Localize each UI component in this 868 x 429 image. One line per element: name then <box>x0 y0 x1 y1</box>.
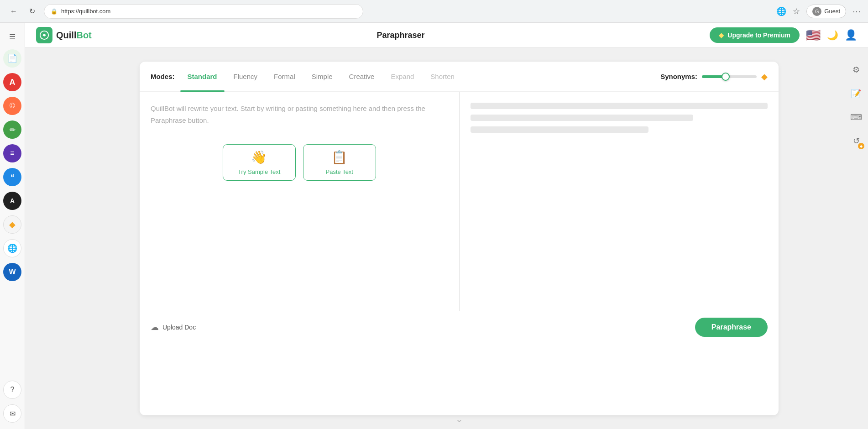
more-icon[interactable]: ⋯ <box>852 6 861 16</box>
grammar-icon: A <box>10 78 16 87</box>
mail-icon: ✉ <box>10 409 16 418</box>
editor-area: QuillBot will rewrite your text. Start b… <box>140 92 779 311</box>
keyboard-icon: ⌨ <box>850 112 862 122</box>
paraphrase-button[interactable]: Paraphrase <box>695 318 768 337</box>
sidebar-item-mail[interactable]: ✉ <box>3 404 21 423</box>
browser-chrome: ← ↻ 🔒 https://quillbot.com 🌐 ☆ G Guest ⋯ <box>0 0 868 23</box>
modes-label: Modes: <box>151 73 175 80</box>
synonyms-slider[interactable] <box>702 75 757 78</box>
editor-placeholder[interactable]: QuillBot will rewrite your text. Start b… <box>151 103 448 126</box>
paraphraser-card: Modes: Standard Fluency Formal Simple Cr… <box>140 62 779 415</box>
chrome-icon: 🌐 <box>7 243 17 253</box>
logo-icon <box>36 27 52 43</box>
page-title: Paraphraser <box>92 31 710 40</box>
word-icon: W <box>9 268 16 276</box>
guest-label: Guest <box>824 8 840 15</box>
mode-simple[interactable]: Simple <box>304 69 340 84</box>
upgrade-button[interactable]: ◆ Upgrade to Premium <box>710 27 800 43</box>
modes-bar: Modes: Standard Fluency Formal Simple Cr… <box>140 62 779 92</box>
star-icon[interactable]: ☆ <box>793 6 800 16</box>
browser-right-icons: 🌐 ☆ G Guest ⋯ <box>776 5 861 18</box>
paraphraser-icon: 📄 <box>7 53 17 63</box>
sidebar-bottom: ? ✉ <box>3 380 21 424</box>
summarizer-icon: ≡ <box>10 149 14 157</box>
guest-avatar: G <box>812 7 821 16</box>
url-bar[interactable]: 🔒 https://quillbot.com <box>44 4 363 19</box>
plagiarism-icon: © <box>10 102 15 110</box>
mode-shorten[interactable]: Shorten <box>423 69 462 84</box>
sidebar-item-word[interactable]: W <box>3 263 21 281</box>
synonyms-thumb[interactable] <box>722 73 730 81</box>
try-sample-button[interactable]: 👋 Try Sample Text <box>223 144 296 181</box>
sidebar-item-citation[interactable]: ❝ <box>3 168 21 186</box>
user-icon[interactable]: 👤 <box>845 29 857 41</box>
help-icon: ? <box>10 386 15 394</box>
essay-icon: ✏ <box>10 126 16 134</box>
keyboard-float-icon[interactable]: ⌨ <box>848 109 864 126</box>
icon-sidebar: ☰ 📄 A © ✏ ≡ ❝ A ◆ 🌐 W <box>0 23 25 429</box>
synonyms-section: Synonyms: ◆ <box>660 72 768 82</box>
settings-icon: ⚙ <box>852 65 860 75</box>
back-button[interactable]: ← <box>7 5 20 18</box>
bottom-chevron[interactable]: ⌄ <box>455 413 463 424</box>
sidebar-item-essay[interactable]: ✏ <box>3 120 21 139</box>
editor-left: QuillBot will rewrite your text. Start b… <box>140 92 460 311</box>
top-nav: QuillBot Paraphraser ◆ Upgrade to Premiu… <box>25 23 868 48</box>
skeleton-line-3 <box>471 126 649 133</box>
hamburger-menu[interactable]: ☰ <box>4 28 21 45</box>
refresh-button[interactable]: ↻ <box>26 5 38 18</box>
right-float-icons: ⚙ 📝 ⌨ ↺ ◆ <box>848 62 864 149</box>
sidebar-item-premium[interactable]: ◆ <box>3 215 21 234</box>
try-sample-label: Try Sample Text <box>238 168 280 175</box>
guest-button[interactable]: G Guest <box>806 5 846 18</box>
sample-icon: 👋 <box>251 150 267 165</box>
flag-icon[interactable]: 🇺🇸 <box>806 28 821 42</box>
sidebar-item-grammar[interactable]: A <box>3 73 21 91</box>
sidebar-item-paraphraser[interactable]: 📄 <box>3 49 21 68</box>
history-premium-badge: ◆ <box>858 143 864 149</box>
synonyms-label: Synonyms: <box>660 73 697 80</box>
translate-sidebar-icon: A <box>10 197 15 204</box>
mode-standard[interactable]: Standard <box>180 69 225 84</box>
mode-formal[interactable]: Formal <box>267 69 303 84</box>
nav-right: ◆ Upgrade to Premium 🇺🇸 🌙 👤 <box>710 27 857 43</box>
dark-mode-button[interactable]: 🌙 <box>827 30 838 41</box>
paste-text-label: Paste Text <box>326 168 353 175</box>
sidebar-item-summarizer[interactable]: ≡ <box>3 144 21 162</box>
history-float-icon[interactable]: ↺ ◆ <box>848 133 864 149</box>
mode-fluency[interactable]: Fluency <box>226 69 265 84</box>
logo-text: QuillBot <box>56 30 92 41</box>
app-layout: ☰ 📄 A © ✏ ≡ ❝ A ◆ 🌐 W <box>0 23 868 429</box>
sidebar-item-translate[interactable]: A <box>3 192 21 210</box>
synonyms-premium-icon: ◆ <box>761 72 768 82</box>
editor-right <box>460 92 779 311</box>
action-buttons: 👋 Try Sample Text 📋 Paste Text <box>151 144 448 181</box>
mode-expand[interactable]: Expand <box>383 69 421 84</box>
url-text: https://quillbot.com <box>61 8 110 15</box>
upload-icon: ☁ <box>151 322 159 332</box>
sidebar-item-plagiarism[interactable]: © <box>3 97 21 115</box>
upload-doc-button[interactable]: ☁ Upload Doc <box>151 322 196 332</box>
skeleton-line-1 <box>471 103 768 109</box>
lock-icon: 🔒 <box>51 8 58 15</box>
upload-doc-label: Upload Doc <box>162 324 196 331</box>
translate-icon[interactable]: 🌐 <box>776 6 786 16</box>
citation-icon: ❝ <box>10 173 15 182</box>
skeleton-line-2 <box>471 115 694 121</box>
upgrade-label: Upgrade to Premium <box>727 31 790 39</box>
diamond-icon: ◆ <box>9 220 16 230</box>
mode-creative[interactable]: Creative <box>342 69 382 84</box>
paste-icon: 📋 <box>331 150 347 165</box>
notes-icon: 📝 <box>851 89 861 99</box>
sidebar-item-help[interactable]: ? <box>3 381 21 399</box>
paste-text-button[interactable]: 📋 Paste Text <box>303 144 376 181</box>
main-content: ⚙ 📝 ⌨ ↺ ◆ Modes: Standard Fluency Formal… <box>50 48 868 429</box>
logo[interactable]: QuillBot <box>36 27 92 43</box>
diamond-upgrade-icon: ◆ <box>719 31 724 39</box>
notes-float-icon[interactable]: 📝 <box>848 85 864 102</box>
sidebar-item-chrome[interactable]: 🌐 <box>3 239 21 257</box>
settings-float-icon[interactable]: ⚙ <box>848 62 864 78</box>
bottom-bar: ☁ Upload Doc Paraphrase <box>140 311 779 343</box>
